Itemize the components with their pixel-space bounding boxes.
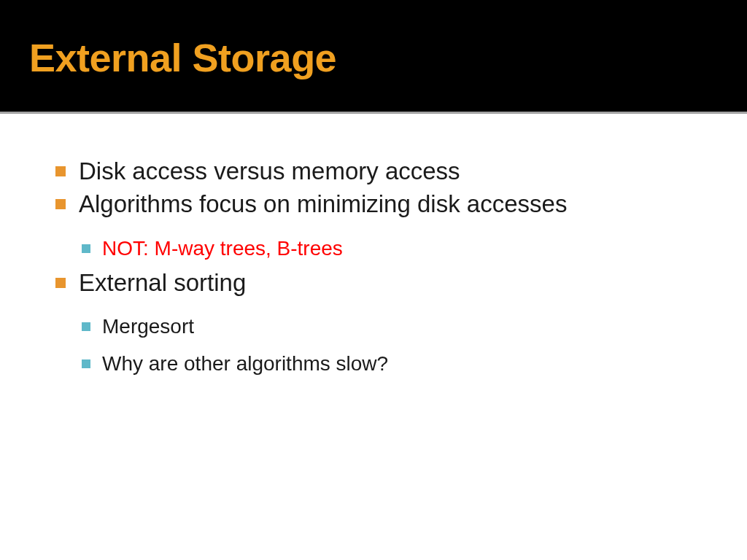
slide-header: External Storage: [0, 0, 747, 112]
bullet-icon: [55, 166, 66, 176]
bullet-level2: Mergesort: [82, 314, 703, 340]
bullet-text: Algorithms focus on minimizing disk acce…: [79, 189, 567, 219]
bullet-level1: Algorithms focus on minimizing disk acce…: [55, 189, 703, 219]
bullet-level1: External sorting: [55, 268, 703, 298]
bullet-text: Disk access versus memory access: [79, 156, 460, 186]
slide-content: Disk access versus memory access Algorit…: [0, 114, 747, 412]
bullet-text: Mergesort: [102, 314, 194, 340]
bullet-text: Why are other algorithms slow?: [102, 351, 388, 377]
bullet-icon: [82, 359, 90, 368]
bullet-icon: [55, 199, 66, 209]
bullet-icon: [82, 244, 90, 253]
bullet-level2: Why are other algorithms slow?: [82, 351, 703, 377]
bullet-text: External sorting: [79, 268, 246, 298]
bullet-level1: Disk access versus memory access: [55, 156, 703, 186]
bullet-icon: [55, 278, 66, 288]
bullet-icon: [82, 322, 90, 331]
bullet-text: NOT: M-way trees, B-trees: [102, 236, 343, 262]
bullet-level2: NOT: M-way trees, B-trees: [82, 236, 703, 262]
slide-title: External Storage: [29, 35, 718, 80]
